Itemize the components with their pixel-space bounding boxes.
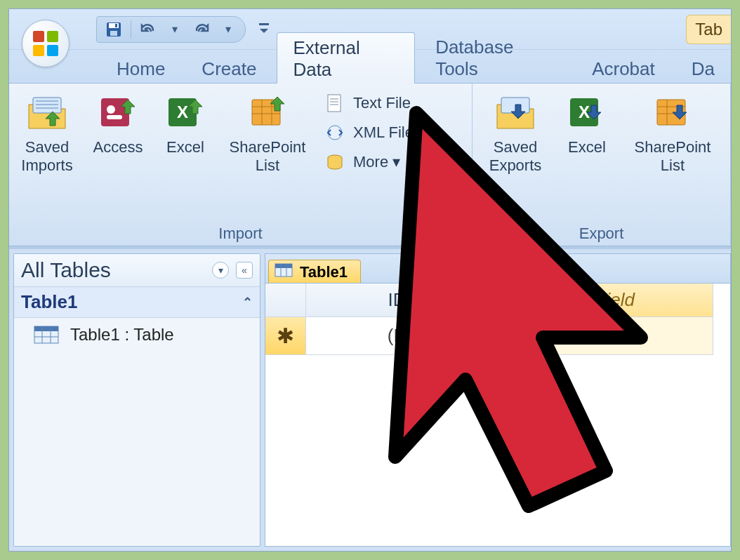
column-header-id[interactable]: ID xyxy=(306,284,489,317)
import-xml-file-label: XML File xyxy=(353,124,414,142)
save-icon[interactable] xyxy=(104,20,124,39)
export-excel-button[interactable]: X Excel xyxy=(557,88,617,223)
ribbon-group-import: Saved Imports Access X Excel xyxy=(9,84,473,246)
svg-rect-19 xyxy=(328,95,341,112)
svg-rect-33 xyxy=(34,326,58,331)
svg-point-23 xyxy=(328,126,342,140)
sheet-tab-table1[interactable]: Table1 xyxy=(268,260,361,283)
nav-collapse-icon[interactable]: « xyxy=(236,262,253,279)
nav-item-label: Table1 : Table xyxy=(70,325,174,345)
access-icon xyxy=(95,92,140,134)
import-more-label: More ▾ xyxy=(353,153,400,171)
excel-import-icon: X xyxy=(163,92,208,134)
svg-rect-3 xyxy=(115,24,117,27)
dropdown-caret-icon: ▾ xyxy=(392,153,400,171)
svg-rect-4 xyxy=(259,23,269,25)
import-excel-button[interactable]: X Excel xyxy=(155,88,216,223)
import-sharepoint-button[interactable]: SharePoint List xyxy=(218,88,317,223)
row-selector-new[interactable]: ✱ xyxy=(265,317,306,355)
svg-rect-2 xyxy=(110,31,117,36)
text-file-icon xyxy=(322,92,348,114)
app-frame: ▾ ▾ Tab Home Create External Data Databa… xyxy=(8,8,732,552)
excel-export-icon: X xyxy=(564,92,609,134)
column-header-row: ID ew Field xyxy=(265,284,730,317)
tab-create[interactable]: Create xyxy=(185,53,272,83)
undo-icon[interactable] xyxy=(138,20,158,39)
ribbon-group-export: Saved Exports X Excel SharePoint List Ex… xyxy=(473,84,731,246)
export-sharepoint-button[interactable]: SharePoint List xyxy=(620,88,725,223)
tab-acrobat[interactable]: Acrobat xyxy=(576,53,671,83)
sharepoint-export-icon xyxy=(650,92,695,134)
import-text-file-label: Text File xyxy=(353,94,411,112)
sharepoint-import-icon xyxy=(245,92,290,134)
import-more-stack: Text File XML File More ▾ xyxy=(319,88,432,223)
import-more-button[interactable]: More ▾ xyxy=(319,148,432,176)
cell-new-field[interactable] xyxy=(489,317,713,355)
redo-dropdown-icon[interactable]: ▾ xyxy=(218,20,238,39)
tab-database-tools[interactable]: Database Tools xyxy=(419,32,571,83)
sheet-grid[interactable]: ID ew Field ✱ (N xyxy=(265,284,730,355)
nav-dropdown-icon[interactable]: ▾ xyxy=(212,262,229,279)
sheet-tab-label: Table1 xyxy=(300,263,348,281)
export-excel-label: Excel xyxy=(568,138,606,156)
contextual-tab-title: Tab xyxy=(686,15,731,44)
nav-group-label: Table1 xyxy=(21,291,77,313)
saved-imports-button[interactable]: Saved Imports xyxy=(13,88,81,223)
office-button[interactable] xyxy=(22,20,70,67)
tab-external-data[interactable]: External Data xyxy=(277,32,415,84)
office-logo-icon xyxy=(33,31,58,56)
sheet-tab-bar: Table1 xyxy=(265,254,730,284)
cell-id-new[interactable]: (N xyxy=(306,317,489,355)
xml-file-icon xyxy=(322,121,348,144)
redo-icon[interactable] xyxy=(192,20,211,39)
table-icon xyxy=(34,326,59,344)
tab-home[interactable]: Home xyxy=(100,53,181,83)
import-xml-file-button[interactable]: XML File xyxy=(319,119,432,147)
ribbon: Saved Imports Access X Excel xyxy=(9,84,731,246)
customize-qat-icon[interactable] xyxy=(257,20,271,39)
tab-partial[interactable]: Da xyxy=(675,53,731,83)
folder-export-icon xyxy=(493,92,538,134)
svg-rect-5 xyxy=(33,98,61,113)
saved-exports-label: Saved Exports xyxy=(489,138,542,175)
navigation-pane: All Tables ▾ « Table1 ⌃ Table1 : Table xyxy=(13,253,260,547)
import-access-label: Access xyxy=(93,138,143,156)
ribbon-tabs: Home Create External Data Database Tools… xyxy=(9,50,731,84)
nav-pane-header[interactable]: All Tables ▾ « xyxy=(14,254,260,287)
saved-exports-button[interactable]: Saved Exports xyxy=(477,88,554,223)
svg-text:X: X xyxy=(177,102,188,121)
nav-group-table1[interactable]: Table1 ⌃ xyxy=(14,287,260,318)
import-excel-label: Excel xyxy=(166,138,204,156)
import-group-label: Import xyxy=(13,223,468,246)
nav-pane-title: All Tables xyxy=(21,258,111,282)
saved-imports-label: Saved Imports xyxy=(21,138,72,175)
content-area: All Tables ▾ « Table1 ⌃ Table1 : Table xyxy=(9,246,731,551)
database-more-icon xyxy=(322,151,348,173)
svg-point-10 xyxy=(107,105,115,114)
import-sharepoint-label: SharePoint List xyxy=(230,138,306,175)
column-header-add-new[interactable]: ew Field xyxy=(489,284,713,317)
collapse-icon: ⌃ xyxy=(242,295,253,310)
svg-rect-38 xyxy=(275,264,292,268)
svg-rect-11 xyxy=(107,115,122,119)
folder-import-icon xyxy=(25,92,70,134)
export-group-label: Export xyxy=(477,223,726,246)
new-record-row[interactable]: ✱ (N xyxy=(265,317,730,355)
select-all-cell[interactable] xyxy=(265,284,306,317)
table-tab-icon xyxy=(275,263,293,281)
datasheet: Table1 ID ew Field ✱ (N xyxy=(265,253,731,547)
undo-dropdown-icon[interactable]: ▾ xyxy=(165,20,185,39)
import-text-file-button[interactable]: Text File xyxy=(319,89,432,117)
qat-box: ▾ ▾ xyxy=(96,16,246,43)
import-access-button[interactable]: Access xyxy=(84,88,152,223)
nav-item-table1[interactable]: Table1 : Table xyxy=(14,318,260,352)
export-sharepoint-label: SharePoint List xyxy=(635,138,711,175)
